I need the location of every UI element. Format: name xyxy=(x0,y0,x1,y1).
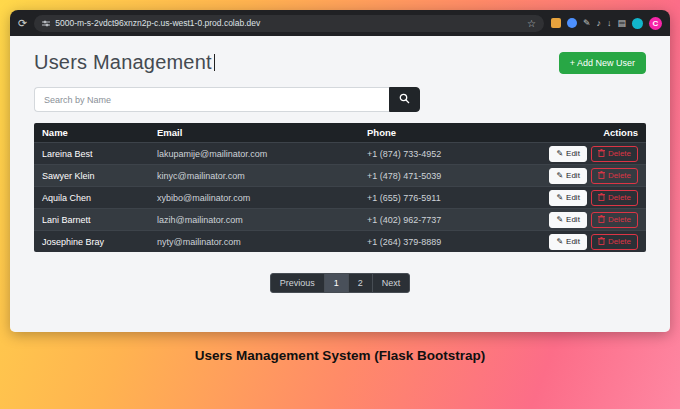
column-header-actions: Actions xyxy=(488,127,638,138)
page-header: Users Management + Add New User xyxy=(34,51,646,74)
edit-button[interactable]: ✎Edit xyxy=(549,234,587,250)
extension-icon-avatar[interactable] xyxy=(567,18,577,28)
row-actions: ✎Edit Delete xyxy=(488,190,638,206)
page-content: Users Management + Add New User Name xyxy=(10,36,670,332)
address-bar[interactable]: 5000-m-s-2vdct96xnzn2p-c.us-west1-0.prod… xyxy=(34,15,544,32)
row-actions: ✎Edit Delete xyxy=(488,234,638,250)
pencil-icon: ✎ xyxy=(556,172,563,180)
user-phone: +1 (478) 471-5039 xyxy=(367,171,488,181)
trash-icon xyxy=(598,149,605,159)
column-header-name: Name xyxy=(42,127,157,138)
user-phone: +1 (264) 379-8889 xyxy=(367,237,488,247)
extension-icon-orange[interactable] xyxy=(551,18,561,28)
pencil-icon: ✎ xyxy=(556,150,563,158)
page-title-wrap: Users Management xyxy=(34,51,215,74)
pagination-previous[interactable]: Previous xyxy=(270,273,325,293)
pencil-icon: ✎ xyxy=(556,216,563,224)
user-name: Lareina Best xyxy=(42,149,157,159)
table-header-row: Name Email Phone Actions xyxy=(34,123,646,142)
pagination-page-1[interactable]: 1 xyxy=(324,273,349,293)
delete-button[interactable]: Delete xyxy=(591,190,638,206)
user-email: lakupamije@mailinator.com xyxy=(157,149,367,159)
user-name: Aquila Chen xyxy=(42,193,157,203)
user-phone: +1 (402) 962-7737 xyxy=(367,215,488,225)
user-name: Sawyer Klein xyxy=(42,171,157,181)
pagination-next[interactable]: Next xyxy=(372,273,411,293)
trash-icon xyxy=(598,237,605,247)
delete-button[interactable]: Delete xyxy=(591,234,638,250)
user-email: nyty@mailinator.com xyxy=(157,237,367,247)
profile-avatar[interactable]: C xyxy=(649,17,662,30)
account-avatar[interactable] xyxy=(632,18,643,29)
column-header-email: Email xyxy=(157,127,367,138)
edit-button[interactable]: ✎Edit xyxy=(549,190,587,206)
screenshot-caption: Users Management System (Flask Bootstrap… xyxy=(0,348,680,363)
edit-button[interactable]: ✎Edit xyxy=(549,146,587,162)
site-info-icon[interactable] xyxy=(42,14,50,32)
user-name: Lani Barnett xyxy=(42,215,157,225)
user-phone: +1 (874) 733-4952 xyxy=(367,149,488,159)
pagination-page-2[interactable]: 2 xyxy=(348,273,373,293)
browser-window: ⟳ 5000-m-s-2vdct96xnzn2p-c.us-west1-0.pr… xyxy=(10,10,670,332)
browser-toolbar: ⟳ 5000-m-s-2vdct96xnzn2p-c.us-west1-0.pr… xyxy=(10,10,670,36)
trash-icon xyxy=(598,193,605,203)
row-actions: ✎Edit Delete xyxy=(488,146,638,162)
url-text: 5000-m-s-2vdct96xnzn2p-c.us-west1-0.prod… xyxy=(55,18,522,28)
trash-icon xyxy=(598,171,605,181)
pencil-icon: ✎ xyxy=(556,194,563,202)
users-table: Name Email Phone Actions Lareina Best la… xyxy=(34,123,646,252)
row-actions: ✎Edit Delete xyxy=(488,168,638,184)
column-header-phone: Phone xyxy=(367,127,488,138)
table-row: Lareina Best lakupamije@mailinator.com +… xyxy=(34,142,646,164)
reading-list-icon[interactable]: ▤ xyxy=(617,19,626,28)
table-row: Aquila Chen xybibo@mailinator.com +1 (65… xyxy=(34,186,646,208)
search-input[interactable] xyxy=(34,87,389,112)
note-extension-icon[interactable]: ♪ xyxy=(596,19,601,28)
extensions-area: ✎ ♪ ↓ ▤ C xyxy=(551,17,662,30)
edit-button[interactable]: ✎Edit xyxy=(549,168,587,184)
page-title: Users Management xyxy=(34,51,212,73)
bookmark-star-icon[interactable]: ☆ xyxy=(527,18,536,29)
delete-button[interactable]: Delete xyxy=(591,212,638,228)
add-new-user-button[interactable]: + Add New User xyxy=(559,52,646,74)
download-icon[interactable]: ↓ xyxy=(607,19,612,28)
search-icon xyxy=(399,92,410,107)
search-group xyxy=(34,87,420,112)
user-email: lazih@mailinator.com xyxy=(157,215,367,225)
user-email: kinyc@mailinator.com xyxy=(157,171,367,181)
delete-button[interactable]: Delete xyxy=(591,168,638,184)
edit-button[interactable]: ✎Edit xyxy=(549,212,587,228)
user-name: Josephine Bray xyxy=(42,237,157,247)
pencil-extension-icon[interactable]: ✎ xyxy=(583,19,591,28)
pencil-icon: ✎ xyxy=(556,238,563,246)
user-phone: +1 (655) 776-5911 xyxy=(367,193,488,203)
gradient-background: ⟳ 5000-m-s-2vdct96xnzn2p-c.us-west1-0.pr… xyxy=(0,0,680,409)
pagination: Previous 1 2 Next xyxy=(34,273,646,293)
table-row: Josephine Bray nyty@mailinator.com +1 (2… xyxy=(34,230,646,252)
trash-icon xyxy=(598,215,605,225)
search-button[interactable] xyxy=(389,87,420,112)
text-caret xyxy=(214,54,215,71)
table-row: Sawyer Klein kinyc@mailinator.com +1 (47… xyxy=(34,164,646,186)
reload-icon[interactable]: ⟳ xyxy=(18,18,27,29)
table-row: Lani Barnett lazih@mailinator.com +1 (40… xyxy=(34,208,646,230)
delete-button[interactable]: Delete xyxy=(591,146,638,162)
row-actions: ✎Edit Delete xyxy=(488,212,638,228)
user-email: xybibo@mailinator.com xyxy=(157,193,367,203)
